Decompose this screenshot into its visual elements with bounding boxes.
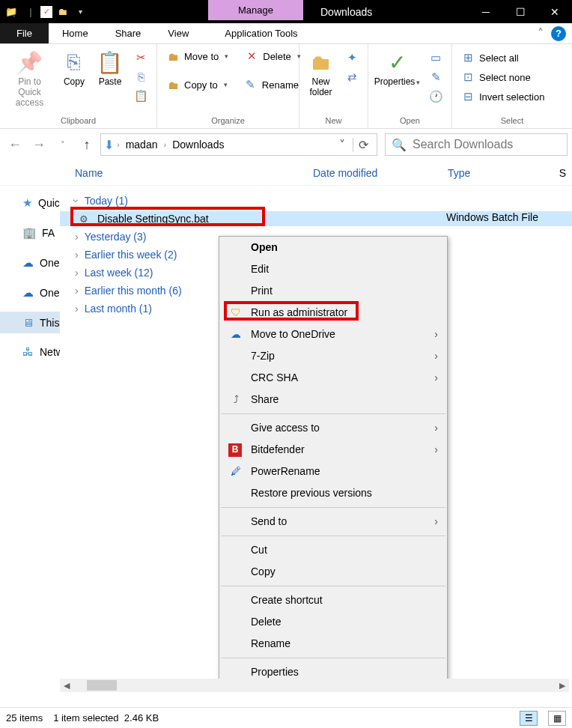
ctx-crc-sha[interactable]: CRC SHA› bbox=[219, 367, 447, 389]
delete-icon: ✕ bbox=[245, 49, 258, 63]
qat-newfolder-icon[interactable]: 🖿 bbox=[54, 4, 70, 20]
share-icon: ⤴ bbox=[228, 392, 243, 407]
contextual-tab-manage[interactable]: Manage bbox=[208, 0, 303, 20]
search-icon: 🔍 bbox=[392, 138, 407, 152]
properties-icon: ✓ bbox=[389, 49, 406, 75]
ctx-7zip[interactable]: 7-Zip› bbox=[219, 345, 447, 367]
copy-to-button[interactable]: 🖿Copy to▾ bbox=[162, 76, 232, 94]
horizontal-scrollbar[interactable]: ◀ ▶ bbox=[60, 679, 569, 692]
group-today[interactable]: Today (1) bbox=[60, 192, 572, 210]
ctx-give-access[interactable]: Give access to› bbox=[219, 417, 447, 439]
tree-this-pc[interactable]: 🖥This PC bbox=[0, 312, 60, 333]
pin-to-quick-access-button[interactable]: 📌 Pin to Quick access bbox=[4, 47, 55, 110]
select-none-label: Select none bbox=[479, 72, 531, 83]
history-button[interactable]: 🕐 bbox=[425, 88, 447, 106]
tree-quick-access[interactable]: ★Quick access bbox=[0, 192, 60, 214]
select-none-button[interactable]: ⊡Select none bbox=[457, 68, 549, 86]
up-button[interactable]: ↑ bbox=[76, 134, 97, 155]
submenu-arrow-icon: › bbox=[434, 515, 438, 529]
address-dropdown-button[interactable]: ˅ bbox=[332, 138, 353, 152]
back-button[interactable]: ← bbox=[4, 134, 25, 155]
ctx-restore-versions[interactable]: Restore previous versions bbox=[219, 482, 447, 504]
forward-button[interactable]: → bbox=[28, 134, 49, 155]
ctx-open[interactable]: Open bbox=[219, 237, 447, 258]
tree-label: FA bbox=[42, 227, 55, 239]
ctx-copy[interactable]: Copy bbox=[219, 561, 447, 583]
properties-button[interactable]: ✓ Properties▾ bbox=[373, 47, 422, 89]
scroll-thumb[interactable] bbox=[87, 680, 117, 691]
recent-locations-button[interactable]: ˅ bbox=[52, 134, 73, 155]
tab-share[interactable]: Share bbox=[102, 23, 155, 43]
delete-button[interactable]: ✕Delete▾ bbox=[240, 47, 305, 65]
window-title: Downloads bbox=[320, 6, 372, 18]
app-icon: 📁↓ bbox=[4, 4, 21, 20]
ctx-print[interactable]: Print bbox=[219, 280, 447, 302]
qat-properties-icon[interactable]: ✓ bbox=[40, 6, 52, 18]
submenu-arrow-icon: › bbox=[434, 371, 438, 385]
tree-onedrive[interactable]: ☁OneDrive bbox=[0, 252, 60, 274]
ctx-bitdefender[interactable]: BBitdefender› bbox=[219, 439, 447, 461]
search-input[interactable]: 🔍 Search Downloads bbox=[385, 133, 568, 156]
maximize-button[interactable]: ☐ bbox=[503, 0, 538, 23]
breadcrumb-item[interactable]: madan bbox=[123, 139, 161, 151]
cut-button[interactable]: ✂ bbox=[130, 49, 152, 67]
column-name[interactable]: Name bbox=[75, 167, 313, 179]
tab-view[interactable]: View bbox=[154, 23, 202, 43]
nav-tree: ★Quick access 🏢FA ☁OneDrive ☁OneDrive 🖥T… bbox=[0, 186, 60, 679]
ctx-cut[interactable]: Cut bbox=[219, 539, 447, 561]
ctx-move-onedrive[interactable]: ☁Move to OneDrive› bbox=[219, 324, 447, 345]
new-item-icon: ✦ bbox=[345, 51, 359, 64]
tree-onedrive[interactable]: ☁OneDrive bbox=[0, 282, 60, 304]
submenu-arrow-icon: › bbox=[434, 421, 438, 435]
column-size[interactable]: S bbox=[559, 167, 572, 179]
ribbon-group-clipboard-label: Clipboard bbox=[4, 115, 152, 127]
move-to-button[interactable]: 🖿Move to▾ bbox=[162, 47, 233, 65]
ctx-share[interactable]: ⤴Share bbox=[219, 389, 447, 410]
invert-selection-button[interactable]: ⊟Invert selection bbox=[457, 88, 549, 106]
refresh-button[interactable]: ⟳ bbox=[353, 138, 374, 152]
paste-shortcut-button[interactable]: 📋 bbox=[130, 87, 152, 105]
rename-button[interactable]: ✎Rename bbox=[240, 76, 303, 94]
tree-item[interactable]: 🏢FA bbox=[0, 222, 60, 244]
minimize-button[interactable]: ─ bbox=[469, 0, 503, 23]
thumbnails-view-button[interactable]: ▦ bbox=[548, 711, 566, 726]
column-type[interactable]: Type bbox=[448, 167, 559, 179]
scroll-right-button[interactable]: ▶ bbox=[556, 679, 569, 692]
open-button[interactable]: ▭ bbox=[425, 49, 447, 67]
titlebar: 📁↓ | ✓ 🖿 ▾ Manage Downloads ─ ☐ ✕ bbox=[0, 0, 572, 23]
tree-label: Quick access bbox=[38, 197, 60, 209]
tab-home[interactable]: Home bbox=[49, 23, 102, 43]
paste-button[interactable]: 📋 Paste bbox=[94, 47, 127, 89]
copy-button[interactable]: ⎘ Copy bbox=[58, 47, 91, 89]
ctx-create-shortcut[interactable]: Create shortcut bbox=[219, 589, 447, 611]
delete-label: Delete bbox=[263, 51, 291, 62]
edit-button[interactable]: ✎ bbox=[425, 68, 447, 86]
column-date[interactable]: Date modified bbox=[313, 167, 448, 179]
ctx-delete[interactable]: Delete bbox=[219, 611, 447, 633]
tab-file[interactable]: File bbox=[0, 23, 49, 43]
new-folder-button[interactable]: 🖿 New folder bbox=[304, 47, 338, 100]
qat-dropdown-icon[interactable]: ▾ bbox=[72, 4, 88, 20]
collapse-ribbon-icon[interactable]: ˄ bbox=[538, 26, 544, 40]
ctx-powerrename[interactable]: 🖉PowerRename bbox=[219, 461, 447, 482]
ribbon-group-open-label: Open bbox=[373, 115, 447, 127]
address-bar[interactable]: ⬇ › madan › Downloads ˅ ⟳ bbox=[100, 133, 377, 156]
ribbon-group-new-label: New bbox=[304, 115, 363, 127]
breadcrumb-item[interactable]: Downloads bbox=[169, 139, 227, 151]
ctx-rename[interactable]: Rename bbox=[219, 633, 447, 655]
close-button[interactable]: ✕ bbox=[538, 0, 572, 23]
select-all-button[interactable]: ⊞Select all bbox=[457, 49, 549, 67]
details-view-button[interactable]: ☰ bbox=[520, 711, 538, 726]
tree-network[interactable]: 🖧Network bbox=[0, 341, 60, 363]
copy-path-button[interactable]: ⎘ bbox=[130, 68, 152, 85]
copy-to-icon: 🖿 bbox=[166, 79, 180, 91]
ctx-run-as-admin[interactable]: 🛡Run as administrator bbox=[219, 302, 447, 324]
help-icon[interactable]: ? bbox=[551, 26, 566, 41]
tab-application-tools[interactable]: Application Tools bbox=[211, 23, 311, 43]
scroll-left-button[interactable]: ◀ bbox=[60, 679, 73, 692]
menu-separator bbox=[221, 658, 445, 658]
ctx-edit[interactable]: Edit bbox=[219, 258, 447, 280]
easy-access-button[interactable]: ⇄ bbox=[341, 68, 363, 86]
ctx-send-to[interactable]: Send to› bbox=[219, 511, 447, 533]
new-item-button[interactable]: ✦ bbox=[341, 49, 363, 67]
